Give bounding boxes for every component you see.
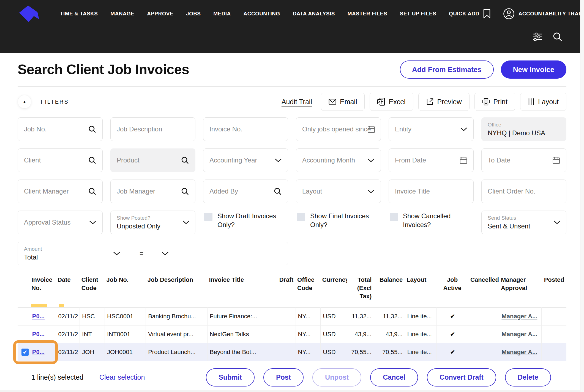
col-date[interactable]: Date	[56, 275, 80, 304]
accounting-month-field[interactable]: Accounting Month	[296, 148, 381, 172]
added-by-field[interactable]: Added By	[203, 180, 288, 203]
manager-approval-link[interactable]: Manager A...	[501, 331, 537, 338]
invoice-title-field[interactable]: Invoice Title	[389, 180, 474, 203]
print-icon	[482, 98, 490, 106]
job-description-field[interactable]: Job Description	[110, 117, 195, 141]
nav-media[interactable]: MEDIA	[213, 11, 231, 17]
search-icon	[88, 187, 96, 195]
job-no-field[interactable]: Job No.	[18, 117, 103, 141]
manager-approval-link[interactable]: Manager A...	[501, 313, 537, 320]
col-job-no[interactable]: Job No.	[105, 275, 146, 304]
show-posted-field[interactable]: Show Posted? Unposted Only	[110, 211, 195, 234]
excel-button[interactable]: Excel	[370, 93, 413, 111]
print-button[interactable]: Print	[474, 93, 515, 111]
invoice-no-placeholder: Invoice No.	[209, 125, 282, 133]
col-posted[interactable]: Posted	[541, 275, 566, 304]
row-checkbox-checked[interactable]: ✔	[21, 349, 29, 356]
email-button[interactable]: Email	[321, 93, 365, 111]
scrolled-row-highlight	[31, 304, 47, 308]
filter-settings-icon[interactable]	[532, 32, 543, 42]
show-final-invoices-checkbox[interactable]	[297, 213, 305, 221]
search-icon[interactable]	[553, 32, 563, 42]
entity-field[interactable]: Entity	[389, 117, 474, 141]
calendar-icon	[460, 156, 467, 164]
layout-button[interactable]: Layout	[520, 93, 566, 111]
invoice-no-field[interactable]: Invoice No.	[203, 117, 288, 141]
amount-operator[interactable]: =	[140, 250, 143, 257]
unpost-button[interactable]: Unpost	[312, 368, 361, 387]
account-menu[interactable]: ACCOUNTABILITY TRAINING	[503, 8, 584, 20]
show-final-invoices-label: Show Final Invoices Only?	[310, 212, 381, 229]
col-layout[interactable]: Layout	[405, 275, 436, 304]
approval-status-field[interactable]: Approval Status	[18, 211, 103, 234]
add-from-estimates-button[interactable]: Add From Estimates	[400, 60, 494, 79]
email-label: Email	[340, 98, 357, 106]
convert-draft-button[interactable]: Convert Draft	[427, 368, 496, 387]
col-total-excl-tax[interactable]: Total (Excl Tax)	[347, 275, 374, 304]
show-cancelled-invoices-checkbox[interactable]	[390, 213, 398, 221]
invoice-link[interactable]: P0...	[32, 331, 45, 338]
table-row[interactable]: P0... 02/11/2 INT INT0001 Virtual event …	[18, 325, 566, 343]
chevron-down-icon[interactable]	[162, 252, 169, 256]
col-job-description[interactable]: Job Description	[146, 275, 208, 304]
table-row[interactable]: P0... 02/11/2 HSC HSC0001 Banking Brochu…	[18, 308, 566, 325]
nav-set-up-files[interactable]: SET UP FILES	[400, 11, 436, 17]
col-currency[interactable]: Currency	[321, 275, 347, 304]
job-manager-field[interactable]: Job Manager	[110, 180, 195, 203]
invoice-link[interactable]: P0...	[32, 313, 45, 320]
delete-button[interactable]: Delete	[505, 368, 551, 387]
col-invoice-no[interactable]: Invoice No.	[30, 275, 56, 304]
nav-approve[interactable]: APPROVE	[147, 11, 173, 17]
accounting-year-field[interactable]: Accounting Year	[203, 148, 288, 172]
nav-time-tasks[interactable]: TIME & TASKS	[60, 11, 98, 17]
filters-collapse-button[interactable]: ▲	[18, 95, 31, 109]
post-button[interactable]: Post	[263, 368, 304, 387]
audit-trail-link[interactable]: Audit Trail	[282, 98, 312, 106]
office-field[interactable]: Office NYHQ | Demo USA	[481, 117, 566, 141]
table-row-selected[interactable]: ✔ P0... 02/11/2 JOH JOH0001 Product Laun…	[18, 343, 566, 361]
horizontal-scrollbar[interactable]	[0, 390, 584, 392]
col-cancelled[interactable]: Cancelled?	[469, 275, 499, 304]
submit-button[interactable]: Submit	[206, 368, 255, 387]
client-order-no-field[interactable]: Client Order No.	[481, 180, 566, 203]
manager-approval-link[interactable]: Manager A...	[501, 349, 537, 355]
col-balance[interactable]: Balance	[374, 275, 405, 304]
show-draft-invoices-checkbox[interactable]	[204, 213, 212, 221]
send-status-field[interactable]: Send Status Sent & Unsent	[481, 211, 566, 234]
col-office-code[interactable]: Office Code	[296, 275, 321, 304]
chevron-down-icon	[367, 189, 375, 194]
page-title: Search Client Job Invoices	[18, 62, 400, 78]
product-field[interactable]: Product	[110, 148, 195, 172]
nav-master-files[interactable]: MASTER FILES	[348, 11, 387, 17]
client-field[interactable]: Client	[18, 148, 103, 172]
col-client-code[interactable]: Client Code	[80, 275, 105, 304]
nav-data-analysis[interactable]: DATA ANALYSIS	[293, 11, 335, 17]
from-date-field[interactable]: From Date	[389, 148, 474, 172]
search-icon	[181, 156, 189, 164]
chevron-down-icon[interactable]	[113, 252, 120, 256]
only-jobs-opened-since-field[interactable]: Only jobs opened since	[296, 117, 381, 141]
layout-field[interactable]: Layout	[296, 180, 381, 203]
nav-quick-add[interactable]: QUICK ADD	[449, 9, 490, 18]
from-date-placeholder: From Date	[395, 156, 460, 164]
preview-label: Preview	[437, 98, 462, 106]
approval-status-placeholder: Approval Status	[24, 219, 89, 226]
col-draft[interactable]: Draft	[271, 275, 296, 304]
to-date-field[interactable]: To Date	[481, 148, 566, 172]
col-invoice-title[interactable]: Invoice Title	[207, 275, 271, 304]
amount-field[interactable]: Amount Total =	[18, 242, 288, 265]
col-job-active[interactable]: Job Active	[436, 275, 469, 304]
preview-button[interactable]: Preview	[418, 93, 470, 111]
invoice-link[interactable]: P0...	[32, 349, 45, 355]
nav-jobs[interactable]: JOBS	[186, 11, 201, 17]
nav-manage[interactable]: MANAGE	[110, 11, 134, 17]
client-manager-field[interactable]: Client Manager	[18, 180, 103, 203]
vertical-scrollbar[interactable]	[580, 0, 584, 392]
new-invoice-button[interactable]: New Invoice	[501, 60, 566, 79]
cancel-button[interactable]: Cancel	[370, 368, 418, 387]
accounting-month-placeholder: Accounting Month	[302, 156, 367, 164]
col-manager-approval[interactable]: Manager Approval	[499, 275, 541, 304]
nav-accounting[interactable]: ACCOUNTING	[244, 11, 280, 17]
app-logo-icon[interactable]	[18, 5, 43, 23]
clear-selection-link[interactable]: Clear selection	[99, 373, 145, 381]
